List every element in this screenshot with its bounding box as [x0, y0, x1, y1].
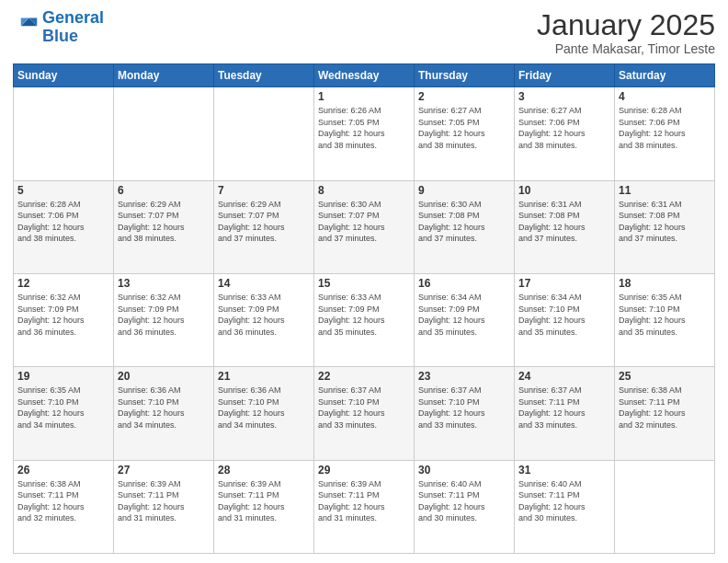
calendar-cell: 3Sunrise: 6:27 AMSunset: 7:06 PMDaylight… [515, 87, 615, 180]
day-info: Sunrise: 6:33 AMSunset: 7:09 PMDaylight:… [218, 292, 310, 338]
day-number: 13 [118, 277, 210, 290]
logo-line2: Blue [42, 27, 78, 45]
day-info: Sunrise: 6:38 AMSunset: 7:11 PMDaylight:… [619, 385, 711, 431]
day-info: Sunrise: 6:30 AMSunset: 7:08 PMDaylight:… [418, 199, 510, 245]
calendar-cell: 25Sunrise: 6:38 AMSunset: 7:11 PMDayligh… [615, 367, 715, 460]
day-number: 4 [619, 90, 711, 103]
calendar-cell: 10Sunrise: 6:31 AMSunset: 7:08 PMDayligh… [515, 180, 615, 273]
day-number: 16 [418, 277, 510, 290]
logo-icon [13, 15, 39, 40]
header-saturday: Saturday [615, 64, 715, 87]
day-info: Sunrise: 6:37 AMSunset: 7:10 PMDaylight:… [318, 385, 410, 431]
calendar-cell: 20Sunrise: 6:36 AMSunset: 7:10 PMDayligh… [114, 367, 214, 460]
day-info: Sunrise: 6:36 AMSunset: 7:10 PMDaylight:… [118, 385, 210, 431]
day-info: Sunrise: 6:39 AMSunset: 7:11 PMDaylight:… [318, 478, 410, 524]
week-row-3: 19Sunrise: 6:35 AMSunset: 7:10 PMDayligh… [14, 367, 715, 460]
day-number: 27 [118, 464, 210, 477]
calendar-subtitle: Pante Makasar, Timor Leste [537, 41, 715, 56]
header-wednesday: Wednesday [314, 64, 415, 87]
header-tuesday: Tuesday [214, 64, 314, 87]
day-info: Sunrise: 6:27 AMSunset: 7:06 PMDaylight:… [518, 105, 610, 151]
calendar-cell: 6Sunrise: 6:29 AMSunset: 7:07 PMDaylight… [114, 180, 214, 273]
calendar-cell: 5Sunrise: 6:28 AMSunset: 7:06 PMDaylight… [14, 180, 114, 273]
day-info: Sunrise: 6:34 AMSunset: 7:09 PMDaylight:… [418, 292, 510, 338]
logo-line1: General [42, 8, 104, 27]
day-info: Sunrise: 6:35 AMSunset: 7:10 PMDaylight:… [619, 292, 711, 338]
calendar-table: Sunday Monday Tuesday Wednesday Thursday… [13, 63, 715, 554]
day-info: Sunrise: 6:40 AMSunset: 7:11 PMDaylight:… [418, 478, 510, 524]
day-number: 6 [118, 184, 210, 197]
logo: General Blue [13, 9, 104, 46]
day-number: 1 [318, 90, 410, 103]
calendar-cell: 1Sunrise: 6:26 AMSunset: 7:05 PMDaylight… [314, 87, 415, 180]
weekday-header-row: Sunday Monday Tuesday Wednesday Thursday… [14, 64, 715, 87]
day-number: 8 [318, 184, 410, 197]
day-number: 25 [619, 370, 711, 383]
day-number: 20 [118, 370, 210, 383]
calendar-cell: 14Sunrise: 6:33 AMSunset: 7:09 PMDayligh… [214, 273, 314, 366]
day-info: Sunrise: 6:40 AMSunset: 7:11 PMDaylight:… [518, 478, 610, 524]
calendar-cell: 31Sunrise: 6:40 AMSunset: 7:11 PMDayligh… [515, 460, 615, 553]
calendar-cell: 27Sunrise: 6:39 AMSunset: 7:11 PMDayligh… [114, 460, 214, 553]
day-number: 29 [318, 464, 410, 477]
day-info: Sunrise: 6:39 AMSunset: 7:11 PMDaylight:… [118, 478, 210, 524]
calendar-cell [615, 460, 715, 553]
logo-text: General Blue [42, 9, 104, 46]
calendar-cell: 2Sunrise: 6:27 AMSunset: 7:05 PMDaylight… [415, 87, 515, 180]
week-row-1: 5Sunrise: 6:28 AMSunset: 7:06 PMDaylight… [14, 180, 715, 273]
day-info: Sunrise: 6:29 AMSunset: 7:07 PMDaylight:… [118, 199, 210, 245]
day-number: 12 [17, 277, 109, 290]
calendar-cell [214, 87, 314, 180]
calendar-cell: 18Sunrise: 6:35 AMSunset: 7:10 PMDayligh… [615, 273, 715, 366]
day-info: Sunrise: 6:37 AMSunset: 7:10 PMDaylight:… [418, 385, 510, 431]
calendar-cell: 21Sunrise: 6:36 AMSunset: 7:10 PMDayligh… [214, 367, 314, 460]
calendar-cell: 16Sunrise: 6:34 AMSunset: 7:09 PMDayligh… [415, 273, 515, 366]
day-info: Sunrise: 6:34 AMSunset: 7:10 PMDaylight:… [518, 292, 610, 338]
calendar-cell: 29Sunrise: 6:39 AMSunset: 7:11 PMDayligh… [314, 460, 415, 553]
day-info: Sunrise: 6:28 AMSunset: 7:06 PMDaylight:… [17, 199, 109, 245]
main-container: General Blue January 2025 Pante Makasar,… [0, 0, 728, 563]
day-number: 23 [418, 370, 510, 383]
day-number: 10 [518, 184, 610, 197]
day-info: Sunrise: 6:38 AMSunset: 7:11 PMDaylight:… [17, 478, 109, 524]
day-info: Sunrise: 6:30 AMSunset: 7:07 PMDaylight:… [318, 199, 410, 245]
calendar-cell: 19Sunrise: 6:35 AMSunset: 7:10 PMDayligh… [14, 367, 114, 460]
calendar-cell [114, 87, 214, 180]
header-friday: Friday [515, 64, 615, 87]
calendar-title: January 2025 [537, 9, 715, 41]
day-info: Sunrise: 6:26 AMSunset: 7:05 PMDaylight:… [318, 105, 410, 151]
day-info: Sunrise: 6:31 AMSunset: 7:08 PMDaylight:… [518, 199, 610, 245]
day-info: Sunrise: 6:27 AMSunset: 7:05 PMDaylight:… [418, 105, 510, 151]
day-number: 24 [518, 370, 610, 383]
day-info: Sunrise: 6:32 AMSunset: 7:09 PMDaylight:… [17, 292, 109, 338]
week-row-0: 1Sunrise: 6:26 AMSunset: 7:05 PMDaylight… [14, 87, 715, 180]
calendar-cell: 24Sunrise: 6:37 AMSunset: 7:11 PMDayligh… [515, 367, 615, 460]
calendar-cell: 28Sunrise: 6:39 AMSunset: 7:11 PMDayligh… [214, 460, 314, 553]
day-number: 21 [218, 370, 310, 383]
day-number: 7 [218, 184, 310, 197]
day-number: 17 [518, 277, 610, 290]
day-info: Sunrise: 6:35 AMSunset: 7:10 PMDaylight:… [17, 385, 109, 431]
header-thursday: Thursday [415, 64, 515, 87]
calendar-body: 1Sunrise: 6:26 AMSunset: 7:05 PMDaylight… [14, 87, 715, 554]
day-info: Sunrise: 6:32 AMSunset: 7:09 PMDaylight:… [118, 292, 210, 338]
day-info: Sunrise: 6:28 AMSunset: 7:06 PMDaylight:… [619, 105, 711, 151]
day-number: 30 [418, 464, 510, 477]
calendar-cell: 15Sunrise: 6:33 AMSunset: 7:09 PMDayligh… [314, 273, 415, 366]
day-number: 2 [418, 90, 510, 103]
week-row-4: 26Sunrise: 6:38 AMSunset: 7:11 PMDayligh… [14, 460, 715, 553]
day-number: 22 [318, 370, 410, 383]
header: General Blue January 2025 Pante Makasar,… [13, 9, 715, 56]
day-number: 31 [518, 464, 610, 477]
day-info: Sunrise: 6:36 AMSunset: 7:10 PMDaylight:… [218, 385, 310, 431]
calendar-cell: 30Sunrise: 6:40 AMSunset: 7:11 PMDayligh… [415, 460, 515, 553]
calendar-cell: 7Sunrise: 6:29 AMSunset: 7:07 PMDaylight… [214, 180, 314, 273]
day-number: 11 [619, 184, 711, 197]
calendar-cell [14, 87, 114, 180]
day-number: 18 [619, 277, 711, 290]
day-number: 9 [418, 184, 510, 197]
day-number: 26 [17, 464, 109, 477]
day-number: 5 [17, 184, 109, 197]
calendar-cell: 8Sunrise: 6:30 AMSunset: 7:07 PMDaylight… [314, 180, 415, 273]
day-info: Sunrise: 6:33 AMSunset: 7:09 PMDaylight:… [318, 292, 410, 338]
